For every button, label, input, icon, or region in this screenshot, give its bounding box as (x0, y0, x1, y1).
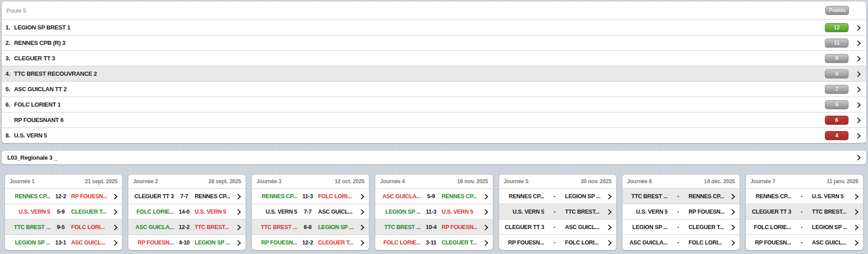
team-name: RENNES CPB (R) 3 (14, 39, 825, 46)
match-row[interactable]: RP FOUESN... - ASC GUICL... (746, 234, 863, 250)
match-row[interactable]: CLEGUER TT 3 - TTC BREST... (746, 204, 863, 219)
away-team-name: RENNES CP... (441, 193, 481, 200)
points-badge: 7 (825, 85, 848, 94)
round-header: Journée 5 30 nov. 2025 (499, 175, 616, 188)
match-score: - (791, 209, 812, 215)
home-team-name: RP FOUESN... (503, 239, 544, 246)
away-team-name: CLEGUER T... (71, 209, 110, 215)
points-badge: 8 (825, 69, 848, 78)
round-card: Journée 6 14 déc. 2025 TTC BREST ... - R… (622, 174, 740, 250)
chevron-right-icon (359, 209, 365, 215)
standings-row[interactable]: 2. RENNES CPB (R) 3 11 (2, 35, 866, 50)
chevron-right-icon (606, 194, 613, 199)
standings-row[interactable]: 5. ASC GUICLAN TT 2 7 (2, 81, 866, 97)
match-score: - (544, 209, 565, 215)
home-team-name: ASC GUICLA... (379, 193, 421, 200)
match-row[interactable]: U.S. VERN 5 5-9 CLEGUER T... (5, 204, 122, 219)
match-row[interactable]: FOLC LORIE... 14-0 U.S. VERN 5 (128, 204, 245, 219)
round-label: Journée 1 (10, 178, 34, 185)
match-row[interactable]: RENNES CP... 11-3 FOLC LORI... (252, 188, 369, 204)
round-matches: CLEGUER TT 3 7-7 RENNES CP... FOLC LORIE… (128, 188, 245, 250)
match-score: 12-2 (297, 239, 318, 246)
round-label: Journée 2 (133, 178, 158, 185)
standings-row[interactable]: 4. TTC BREST RECOUVRANCE 2 8 (2, 66, 866, 81)
round-matches: RENNES CP... - LEGION SP ... U.S. VERN 5… (499, 188, 616, 250)
match-row[interactable]: FOLC LORIE... 3-11 CLEGUER T... (375, 234, 492, 250)
round-card: Journée 3 12 oct. 2025 RENNES CP... 11-3… (251, 174, 369, 250)
match-row[interactable]: U.S. VERN 5 - TTC BREST... (499, 204, 616, 219)
chevron-right-icon (730, 225, 736, 230)
match-row[interactable]: ASC GUICLA... 5-9 RENNES CP... (375, 188, 492, 204)
match-row[interactable]: TTC BREST ... 9-5 FOLC LORI... (5, 219, 122, 234)
match-row[interactable]: TTC BREST ... - RENNES CP... (623, 188, 740, 204)
match-row[interactable]: RP FOUESN... 4-10 LEGION SP ... (128, 234, 245, 250)
chevron-right-icon (359, 240, 365, 245)
match-score: 11-3 (421, 209, 441, 215)
standings-header: Poule 5 Points (2, 1, 866, 20)
league-label: L03_Regionale 3 _ (7, 154, 57, 161)
standings-row[interactable]: RP FOUESNANT 6 6 (2, 112, 866, 127)
match-row[interactable]: LEGION SP ... 11-3 U.S. VERN 5 (375, 204, 492, 219)
chevron-right-icon (359, 194, 365, 199)
chevron-right-icon (112, 240, 118, 245)
match-score: - (667, 193, 688, 200)
match-row[interactable]: RP FOUESN... 12-2 CLEGUER T... (252, 234, 369, 250)
away-team-name: U.S. VERN 5 (441, 209, 481, 215)
match-row[interactable]: U.S. VERN 5 - RP FOUESN... (623, 204, 740, 219)
match-score: 12-2 (50, 193, 71, 200)
match-row[interactable]: ASC GUICLA... 12-2 TTC BREST... (128, 219, 245, 234)
chevron-right-icon (235, 225, 242, 230)
team-name: RP FOUESNANT 6 (14, 117, 825, 123)
round-label: Journée 3 (256, 178, 281, 185)
round-date: 21 sept. 2025 (85, 178, 118, 185)
chevron-right-icon (112, 209, 118, 215)
match-row[interactable]: TTC BREST ... 6-8 LEGION SP ... (252, 219, 369, 234)
points-badge: 6 (825, 116, 848, 125)
round-header: Journée 2 28 sept. 2025 (128, 175, 245, 188)
points-badge: 6 (825, 100, 848, 109)
match-row[interactable]: CLEGUER TT 3 - ASC GUICL... (499, 219, 616, 234)
home-team-name: U.S. VERN 5 (9, 209, 50, 215)
standings-row[interactable]: 8. U.S. VERN 5 4 (2, 127, 866, 143)
home-team-name: RP FOUESN... (750, 239, 791, 246)
rank-label: 1. (5, 24, 14, 31)
match-row[interactable]: RENNES CP... 12-2 RP FOUESN... (5, 188, 122, 204)
standings-row[interactable]: 1. LEGION SP BREST 1 12 (2, 20, 866, 35)
league-link[interactable]: L03_Regionale 3 _ (1, 150, 867, 165)
chevron-right-icon (112, 225, 118, 230)
away-team-name: CLEGUER T... (318, 239, 357, 246)
standings-row[interactable]: 6. FOLC LORIENT 1 6 (2, 97, 866, 112)
rank-label: 6. (5, 101, 14, 108)
round-label: Journée 6 (627, 178, 652, 185)
away-team-name: CLEGUER T... (441, 239, 481, 246)
match-score: 7-7 (174, 193, 195, 200)
team-name: U.S. VERN 5 (14, 132, 825, 139)
match-row[interactable]: ASC GUICLA... - FOLC LORI... (623, 234, 740, 250)
home-team-name: U.S. VERN 5 (503, 209, 544, 215)
match-row[interactable]: U.S. VERN 5 7-7 ASC GUICL... (252, 204, 369, 219)
match-score: 11-3 (297, 193, 318, 200)
chevron-right-icon (855, 155, 861, 160)
pool-title: Poule 5 (6, 7, 26, 14)
match-row[interactable]: RENNES CP... - U.S. VERN 5 (746, 188, 863, 204)
match-row[interactable]: RP FOUESN... - FOLC LORI... (499, 234, 616, 250)
match-row[interactable]: CLEGUER TT 3 7-7 RENNES CP... (128, 188, 245, 204)
round-card: Journée 2 28 sept. 2025 CLEGUER TT 3 7-7… (128, 174, 246, 250)
match-row[interactable]: FOLC LORIE... - LEGION SP ... (746, 219, 863, 234)
home-team-name: RP FOUESN... (256, 239, 297, 246)
away-team-name: CLEGUER T... (688, 224, 727, 230)
away-team-name: RP FOUESN... (688, 209, 727, 215)
home-team-name: U.S. VERN 5 (256, 209, 297, 215)
team-name: CLEGUER TT 3 (14, 55, 825, 62)
chevron-right-icon (853, 240, 859, 245)
home-team-name: CLEGUER TT 3 (750, 209, 791, 215)
match-row[interactable]: LEGION SP ... - CLEGUER T... (623, 219, 740, 234)
away-team-name: ASC GUICL... (318, 209, 357, 215)
match-row[interactable]: LEGION SP ... 13-1 ASC GUICL... (5, 234, 122, 250)
home-team-name: LEGION SP ... (9, 239, 50, 246)
standings-row[interactable]: 3. CLEGUER TT 3 9 (2, 50, 866, 66)
chevron-right-icon (853, 225, 859, 230)
match-row[interactable]: RENNES CP... - LEGION SP ... (499, 188, 616, 204)
match-row[interactable]: TTC BREST ... 10-4 RP FOUESN... (375, 219, 492, 234)
match-score: 10-4 (421, 224, 441, 230)
